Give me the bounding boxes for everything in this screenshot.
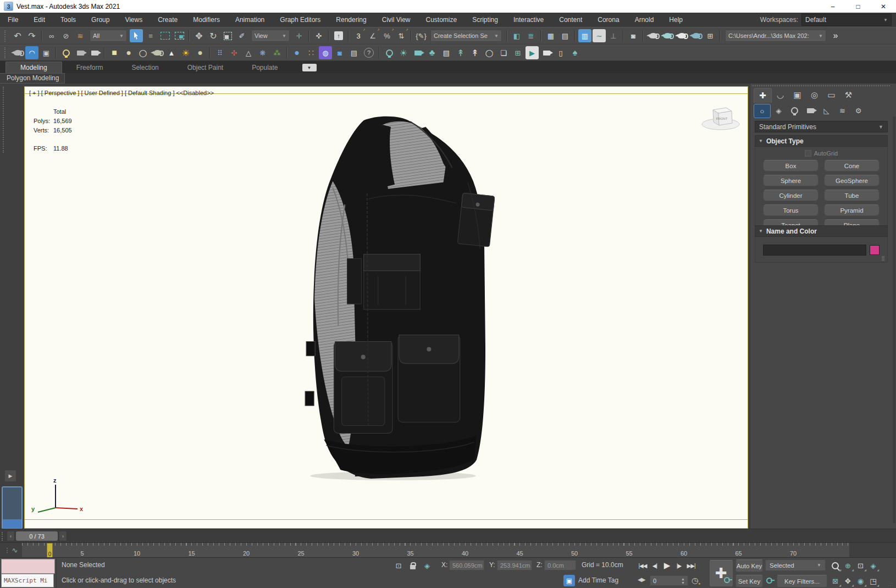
render-iterative-icon[interactable] xyxy=(689,29,703,42)
isolate-selection-icon[interactable]: ⊡ xyxy=(392,559,405,572)
set-key-key-icon[interactable] xyxy=(766,578,772,584)
selection-filter-dropdown[interactable]: All▼ xyxy=(90,30,127,42)
clipboard-list-icon[interactable]: ▤ xyxy=(347,46,361,59)
maximize-button[interactable]: □ xyxy=(845,0,871,13)
menu-arnold[interactable]: Arnold xyxy=(627,13,662,27)
panel-scrollbar[interactable] xyxy=(893,117,895,523)
next-frame-button[interactable]: |▶ xyxy=(673,560,684,571)
menu-graph-editors[interactable]: Graph Editors xyxy=(272,13,328,27)
zoom-all-icon[interactable]: ⊕ xyxy=(842,559,854,572)
corona-camera-icon[interactable] xyxy=(411,46,424,59)
menu-edit[interactable]: Edit xyxy=(26,13,53,27)
menu-civil-view[interactable]: Civil View xyxy=(374,13,418,27)
spinner-snap-icon[interactable]: ⇅ xyxy=(395,29,408,42)
named-selection-dropdown[interactable]: Create Selection Se▼ xyxy=(430,30,502,42)
color-balls-icon[interactable]: ∷ xyxy=(305,46,318,59)
cameras-category-icon[interactable] xyxy=(803,104,818,117)
layer-explorer-icon[interactable]: ▤ xyxy=(558,29,572,42)
select-manipulate-icon[interactable]: ✜ xyxy=(312,29,325,42)
grass-foliage-icon[interactable]: ⁂ xyxy=(270,46,284,59)
select-place-icon[interactable]: ✐ xyxy=(235,29,248,42)
selection-set-dropdown[interactable]: Selected ▼ xyxy=(765,559,826,571)
orbit-icon[interactable]: ◉ xyxy=(855,575,866,587)
y-coord-field[interactable]: 253.941cm xyxy=(497,560,532,570)
asset-list-icon[interactable]: ▤ xyxy=(440,46,453,59)
time-configuration-icon[interactable]: ◷ xyxy=(692,576,698,585)
hierarchy-tab-icon[interactable]: ▣ xyxy=(789,88,806,102)
selection-lock-icon[interactable] xyxy=(406,559,419,572)
unlink-selection-icon[interactable]: ⊘ xyxy=(59,29,73,42)
forest-tree-icon[interactable]: ↟ xyxy=(468,46,482,59)
scatter-trees-icon[interactable]: ♣ xyxy=(425,46,439,59)
shapes-category-icon[interactable]: ◈ xyxy=(771,104,787,117)
rect-selection-region-icon[interactable] xyxy=(158,29,172,42)
object-type-button-torus[interactable]: Torus xyxy=(763,204,818,216)
menu-customize[interactable]: Customize xyxy=(418,13,465,27)
ribbon-tab-populate[interactable]: Populate xyxy=(237,62,292,73)
zoom-extents-icon[interactable]: ⊡ xyxy=(855,559,866,572)
curve-editor-icon[interactable]: ∼ xyxy=(593,29,606,42)
corona-sun-icon[interactable]: ☀ xyxy=(397,46,410,59)
render-production-icon[interactable] xyxy=(675,29,688,42)
zoom-region-icon[interactable]: ⊠ xyxy=(829,575,841,587)
glossy-sphere-icon[interactable]: ● xyxy=(290,46,303,59)
toolbar-overflow-icon[interactable]: » xyxy=(829,29,842,42)
schematic-view-icon[interactable]: ⊥ xyxy=(607,29,620,42)
door-panel-icon[interactable]: ▯ xyxy=(554,46,567,59)
motion-tab-icon[interactable]: ◎ xyxy=(806,88,823,102)
ribbon-tab-object-paint[interactable]: Object Paint xyxy=(173,62,237,73)
object-type-button-cone[interactable]: Cone xyxy=(824,160,880,171)
object-type-button-cylinder[interactable]: Cylinder xyxy=(763,190,818,201)
pan-hand-icon[interactable]: ✥ xyxy=(842,575,854,587)
systems-category-icon[interactable]: ⚙ xyxy=(850,104,866,117)
angle-snap-icon[interactable]: ∠ xyxy=(366,29,379,42)
play-button[interactable]: ▶ xyxy=(661,560,672,571)
render-image-icon[interactable]: ▣ xyxy=(40,46,53,59)
particle-grid-icon[interactable]: ⠿ xyxy=(213,46,226,59)
scene-explorer-icon[interactable]: ▦ xyxy=(544,29,557,42)
auto-key-button[interactable]: Auto Key xyxy=(735,559,763,572)
vest-model[interactable] xyxy=(278,116,502,481)
select-rotate-icon[interactable]: ↻ xyxy=(207,29,220,42)
select-scale-icon[interactable] xyxy=(221,29,234,42)
ribbon-tab-freeform[interactable]: Freeform xyxy=(62,62,118,73)
viewport-header[interactable]: [ + ] [ Perspective ] [ User Defined ] [… xyxy=(29,90,214,96)
camera-lister-icon[interactable] xyxy=(74,46,87,59)
redo-icon[interactable]: ↷ xyxy=(25,29,38,42)
percent-snap-icon[interactable]: % xyxy=(380,29,394,42)
select-move-icon[interactable]: ✥ xyxy=(192,29,206,42)
bind-to-spacewarp-icon[interactable]: ≋ xyxy=(74,29,87,42)
key-mode-toggle[interactable]: ◀▶ xyxy=(638,576,645,583)
name-color-rollout-header[interactable]: ▼ Name and Color ⣿ xyxy=(755,225,888,237)
next-frame-arrow[interactable]: › xyxy=(59,531,67,541)
ghost-shape-icon[interactable]: ◍ xyxy=(319,46,332,59)
menu-scripting[interactable]: Scripting xyxy=(464,13,506,27)
select-object-icon[interactable] xyxy=(130,29,143,42)
time-slider[interactable]: 0 / 73 xyxy=(16,531,58,541)
material-editor-icon[interactable]: ◙ xyxy=(627,29,640,42)
cone-create-icon[interactable]: ▲ xyxy=(165,46,178,59)
use-pivot-center-icon[interactable]: ✛ xyxy=(292,29,306,42)
minimize-button[interactable]: – xyxy=(820,0,845,13)
reference-coordinate-dropdown[interactable]: View▼ xyxy=(251,30,290,42)
select-by-name-icon[interactable]: ≡ xyxy=(144,29,157,42)
helpers-category-icon[interactable]: ◺ xyxy=(818,104,834,117)
render-region-sphere-icon[interactable]: ◙ xyxy=(333,46,346,59)
box-create-icon[interactable]: ■ xyxy=(108,46,121,59)
dock-expand-button[interactable]: ▶ xyxy=(4,470,16,482)
time-tag-icon[interactable]: ▣ xyxy=(563,575,575,586)
menu-create[interactable]: Create xyxy=(150,13,185,27)
help-icon[interactable]: ? xyxy=(364,48,374,58)
teapot-render-icon[interactable] xyxy=(11,46,24,59)
acorn-icon[interactable]: ♠ xyxy=(568,46,582,59)
sun-light-icon[interactable]: ☀ xyxy=(179,46,192,59)
zoom-extents-all-icon[interactable]: ◈ xyxy=(867,559,879,572)
lights-category-icon[interactable] xyxy=(787,104,803,117)
align-icon[interactable]: ≣ xyxy=(524,29,538,42)
menu-file[interactable]: File xyxy=(0,13,26,27)
object-name-input[interactable] xyxy=(763,245,866,256)
ribbon-toggle-icon[interactable]: ▥ xyxy=(578,29,591,42)
go-to-end-button[interactable]: ▶▶| xyxy=(685,560,696,571)
select-link-icon[interactable]: ∞ xyxy=(45,29,58,42)
camera-create-icon[interactable] xyxy=(88,46,101,59)
